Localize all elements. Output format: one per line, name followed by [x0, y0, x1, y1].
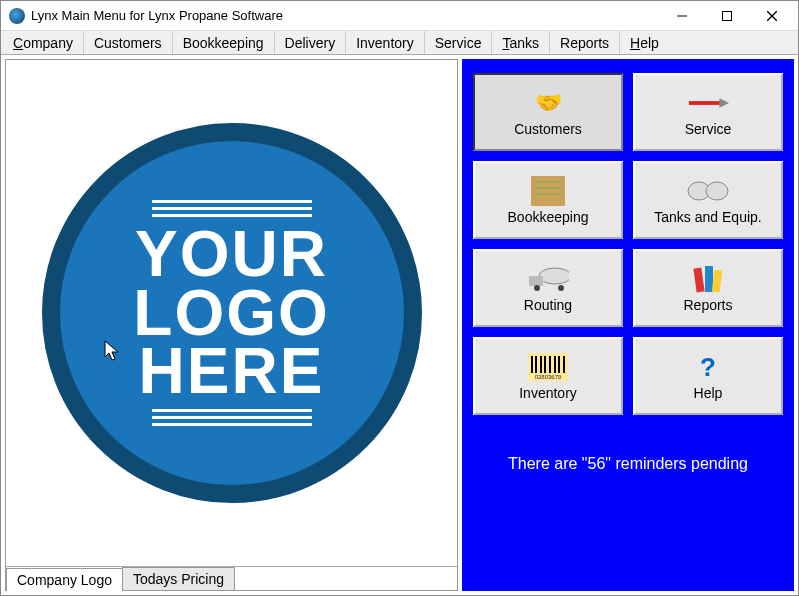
- window-controls: [659, 2, 794, 30]
- app-icon: [9, 8, 25, 24]
- menu-delivery[interactable]: Delivery: [275, 31, 347, 54]
- menu-bookkeeping[interactable]: Bookkeeping: [173, 31, 275, 54]
- button-grid: 🤝 Customers Service Bookkeeping: [473, 73, 783, 415]
- tab-company-logo[interactable]: Company Logo: [6, 568, 123, 591]
- tanks-icon: [687, 175, 729, 207]
- svg-point-14: [558, 285, 564, 291]
- svg-point-13: [534, 285, 540, 291]
- question-icon: ?: [687, 351, 729, 383]
- svg-rect-15: [693, 268, 704, 293]
- maximize-button[interactable]: [704, 2, 749, 30]
- inventory-button[interactable]: 02803679 Inventory: [473, 337, 623, 415]
- menu-customers[interactable]: Customers: [84, 31, 173, 54]
- svg-rect-4: [689, 101, 721, 105]
- content-area: YOUR LOGO HERE Company Logo Todays Prici…: [1, 55, 798, 595]
- menu-company[interactable]: Company: [3, 31, 84, 54]
- left-tabs: Company Logo Todays Pricing: [6, 566, 457, 590]
- menu-inventory[interactable]: Inventory: [346, 31, 425, 54]
- customers-label: Customers: [514, 121, 582, 137]
- inventory-label: Inventory: [519, 385, 577, 401]
- logo-area: YOUR LOGO HERE: [6, 60, 457, 566]
- svg-point-11: [539, 268, 569, 284]
- menu-tanks[interactable]: Tanks: [492, 31, 550, 54]
- logo-text-1: YOUR: [135, 225, 328, 284]
- books-icon: [687, 263, 729, 295]
- help-label: Help: [694, 385, 723, 401]
- barcode-icon: 02803679: [527, 351, 569, 383]
- handshake-icon: 🤝: [527, 87, 569, 119]
- logo-text-3: HERE: [139, 342, 325, 401]
- svg-point-10: [706, 182, 728, 200]
- tanks-button[interactable]: Tanks and Equip.: [633, 161, 783, 239]
- reports-button[interactable]: Reports: [633, 249, 783, 327]
- svg-text:02803679: 02803679: [535, 374, 562, 380]
- right-panel: 🤝 Customers Service Bookkeeping: [462, 59, 794, 591]
- logo-text-2: LOGO: [133, 284, 329, 343]
- bookkeeping-label: Bookkeeping: [508, 209, 589, 225]
- reminders-status: There are "56" reminders pending: [508, 455, 748, 473]
- customers-button[interactable]: 🤝 Customers: [473, 73, 623, 151]
- bookkeeping-button[interactable]: Bookkeeping: [473, 161, 623, 239]
- svg-rect-16: [705, 266, 713, 292]
- truck-icon: [527, 263, 569, 295]
- left-panel: YOUR LOGO HERE Company Logo Todays Prici…: [5, 59, 458, 591]
- titlebar: Lynx Main Menu for Lynx Propane Software: [1, 1, 798, 31]
- service-label: Service: [685, 121, 732, 137]
- window-title: Lynx Main Menu for Lynx Propane Software: [31, 8, 659, 23]
- logo-placeholder: YOUR LOGO HERE: [42, 123, 422, 503]
- service-button[interactable]: Service: [633, 73, 783, 151]
- menu-reports[interactable]: Reports: [550, 31, 620, 54]
- svg-rect-12: [529, 276, 543, 286]
- routing-label: Routing: [524, 297, 572, 313]
- ledger-icon: [527, 175, 569, 207]
- help-button[interactable]: ? Help: [633, 337, 783, 415]
- svg-rect-1: [722, 11, 731, 20]
- tab-todays-pricing[interactable]: Todays Pricing: [122, 567, 235, 590]
- wrench-icon: [687, 87, 729, 119]
- close-button[interactable]: [749, 2, 794, 30]
- minimize-button[interactable]: [659, 2, 704, 30]
- svg-rect-17: [712, 270, 722, 293]
- reports-label: Reports: [683, 297, 732, 313]
- menu-help[interactable]: Help: [620, 31, 669, 54]
- menu-service[interactable]: Service: [425, 31, 493, 54]
- routing-button[interactable]: Routing: [473, 249, 623, 327]
- menubar: Company Customers Bookkeeping Delivery I…: [1, 31, 798, 55]
- app-window: Lynx Main Menu for Lynx Propane Software…: [0, 0, 799, 596]
- tanks-label: Tanks and Equip.: [654, 209, 761, 225]
- svg-rect-5: [531, 176, 565, 206]
